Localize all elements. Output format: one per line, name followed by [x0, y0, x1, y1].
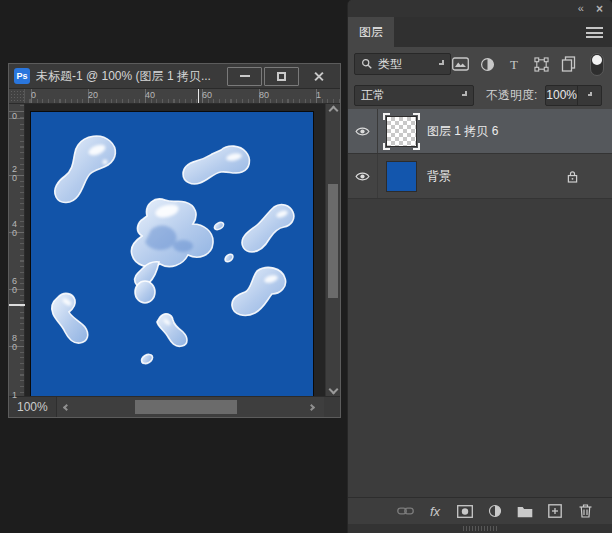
document-title: 未标题-1 @ 100% (图层 1 拷贝...: [36, 68, 220, 85]
layer-thumbnail[interactable]: [386, 161, 417, 192]
ruler-tick-label: 1: [316, 90, 321, 100]
chevron-down-icon: [462, 91, 467, 96]
photoshop-workspace: Ps 未标题-1 @ 100% (图层 1 拷贝... 0 20 40 60 8…: [0, 0, 612, 533]
layer-row-background[interactable]: 背景: [348, 154, 612, 199]
horizontal-scroll-thumb[interactable]: [135, 400, 237, 414]
tab-layers[interactable]: 图层: [348, 17, 394, 47]
ruler-tick-label: 60: [202, 90, 212, 100]
document-titlebar[interactable]: Ps 未标题-1 @ 100% (图层 1 拷贝...: [9, 64, 340, 89]
vertical-ruler[interactable]: 0 20 40 60 80 1: [9, 104, 25, 396]
horizontal-ruler[interactable]: 0 20 40 60 80 1: [25, 89, 340, 103]
layer-name[interactable]: 图层 1 拷贝 6: [427, 123, 498, 140]
filter-smart-objects-icon[interactable]: [559, 55, 577, 73]
scroll-up-arrow[interactable]: [329, 106, 338, 115]
close-icon: [313, 71, 324, 82]
ruler-tick-label: 0: [31, 90, 36, 100]
vertical-scroll-thumb[interactable]: [328, 184, 338, 298]
chevron-down-icon: [439, 60, 444, 65]
restore-icon: [277, 72, 286, 81]
ruler-tick-label: 80: [12, 334, 21, 352]
ruler-tick-label: 40: [12, 220, 21, 238]
layers-panel-toolbar: fx: [348, 497, 612, 524]
filter-type-layers-icon[interactable]: T: [505, 55, 523, 73]
ruler-cursor-marker: [198, 89, 199, 103]
minimize-icon: [240, 75, 250, 77]
canvas[interactable]: [31, 112, 313, 396]
ruler-origin-corner[interactable]: [9, 89, 25, 103]
ruler-tick-label: 20: [88, 90, 98, 100]
background-thumbnail: [386, 161, 417, 192]
search-icon: [361, 58, 373, 70]
layers-panel: « × 图层 类型: [348, 0, 612, 533]
restore-button[interactable]: [264, 67, 299, 86]
filter-adjustment-layers-icon[interactable]: [478, 55, 496, 73]
canvas-pasteboard[interactable]: [25, 104, 325, 396]
filter-type-dropdown[interactable]: 类型: [354, 53, 451, 75]
ruler-tick-label: 20: [12, 165, 21, 183]
panel-tab-bar: 图层: [348, 17, 612, 47]
window-controls: [226, 64, 340, 88]
layer-thumbnail[interactable]: [386, 116, 417, 147]
eye-icon: [355, 171, 370, 182]
filter-toggle-switch[interactable]: [590, 53, 604, 76]
ruler-tick-label: 0: [12, 112, 21, 121]
scroll-left-arrow[interactable]: [61, 401, 71, 413]
scroll-down-arrow[interactable]: [329, 385, 338, 394]
close-panel-icon[interactable]: ×: [596, 3, 603, 15]
zoom-level[interactable]: 100%: [9, 397, 57, 417]
layer-row-layer1-copy6[interactable]: 图层 1 拷贝 6: [348, 109, 612, 154]
panel-header: « ×: [348, 0, 612, 17]
ruler-tick-label: 40: [145, 90, 155, 100]
horizontal-ruler-row: 0 20 40 60 80 1: [9, 89, 340, 104]
blend-mode-value: 正常: [361, 87, 385, 104]
close-button[interactable]: [301, 67, 336, 86]
opacity-input[interactable]: 100%: [545, 85, 602, 106]
ruler-tick-label: 60: [12, 277, 21, 295]
layer-list: 图层 1 拷贝 6 背景: [348, 109, 612, 497]
collapse-panel-icon[interactable]: «: [578, 3, 584, 14]
ruler-tick-label: 80: [259, 90, 269, 100]
layer-lock-icon: [567, 170, 578, 183]
layer-name[interactable]: 背景: [427, 168, 451, 185]
new-layer-icon[interactable]: [546, 502, 564, 520]
filter-shape-layers-icon[interactable]: [532, 55, 550, 73]
opacity-value: 100%: [546, 88, 577, 102]
layer-styles-icon[interactable]: fx: [426, 502, 444, 520]
ruler-cursor-marker: [9, 304, 25, 306]
horizontal-scrollbar[interactable]: [57, 397, 324, 417]
layer-filter-row: 类型 T: [348, 47, 612, 81]
delete-layer-icon[interactable]: [576, 502, 594, 520]
photoshop-app-icon: Ps: [14, 68, 30, 84]
panel-menu-icon[interactable]: [586, 27, 603, 38]
scroll-right-arrow[interactable]: [306, 401, 316, 413]
panel-resize-grip[interactable]: [348, 524, 612, 533]
ruler-tick-label: 1: [12, 391, 21, 400]
svg-text:T: T: [510, 57, 518, 71]
canvas-artwork: [31, 112, 313, 396]
eye-icon: [355, 126, 370, 137]
vertical-scrollbar[interactable]: [325, 104, 340, 396]
link-layers-icon[interactable]: [396, 502, 414, 520]
document-window: Ps 未标题-1 @ 100% (图层 1 拷贝... 0 20 40 60 8…: [8, 63, 341, 418]
droplet-drip-bead: [135, 281, 155, 303]
new-group-icon[interactable]: [516, 502, 534, 520]
filter-type-value: 类型: [378, 56, 402, 73]
new-adjustment-layer-icon[interactable]: [486, 502, 504, 520]
opacity-label: 不透明度:: [486, 87, 537, 104]
filter-pixel-layers-icon[interactable]: [451, 55, 469, 73]
minimize-button[interactable]: [227, 67, 262, 86]
blend-mode-dropdown[interactable]: 正常: [354, 85, 474, 106]
visibility-toggle[interactable]: [348, 109, 378, 153]
visibility-toggle[interactable]: [348, 154, 378, 198]
add-layer-mask-icon[interactable]: [456, 502, 474, 520]
opacity-dropdown-arrow[interactable]: [577, 86, 601, 105]
document-statusbar: 100%: [9, 396, 340, 417]
blend-mode-row: 正常 不透明度: 100%: [348, 81, 612, 109]
